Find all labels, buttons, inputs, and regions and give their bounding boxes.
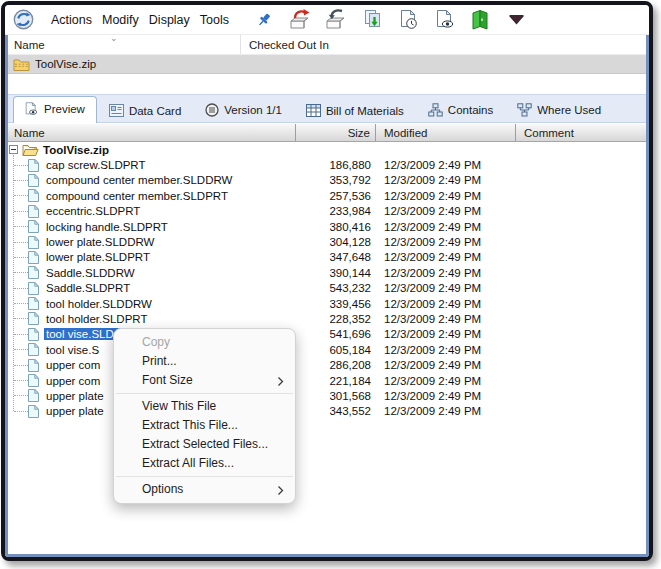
check-in-icon[interactable]: [322, 7, 350, 32]
file-name[interactable]: tool holder.SLDPRT: [44, 313, 149, 325]
tab-label: Data Card: [129, 105, 181, 117]
table-row[interactable]: Saddle.SLDDRW 390,144 12/3/2009 2:49 PM: [8, 265, 646, 280]
tree-root-row[interactable]: ToolVise.zip: [8, 142, 646, 157]
get-latest-icon[interactable]: [358, 7, 386, 32]
menu-display[interactable]: Display: [144, 10, 195, 30]
tab-label: Where Used: [537, 104, 601, 116]
selected-archive-row[interactable]: ToolVise.zip: [8, 55, 646, 74]
file-name[interactable]: Saddle.SLDDRW: [44, 267, 137, 279]
column-header-name[interactable]: Name: [8, 35, 241, 54]
tree-guide-line: [13, 155, 14, 411]
file-name[interactable]: lower plate.SLDPRT: [44, 251, 152, 263]
more-dropdown-icon[interactable]: [502, 7, 530, 32]
table-row[interactable]: lower plate.SLDPRT 347,648 12/3/2009 2:4…: [8, 250, 646, 265]
menu-item-view-this-file[interactable]: View This File: [114, 397, 295, 416]
menu-actions[interactable]: Actions: [46, 10, 97, 30]
upper-list-empty-space: [8, 74, 646, 94]
document-icon: [28, 374, 39, 387]
menu-tools[interactable]: Tools: [195, 10, 234, 30]
document-icon: [28, 312, 39, 325]
root-name: ToolVise.zip: [43, 144, 109, 156]
file-name[interactable]: tool vise.S: [44, 344, 101, 356]
context-menu: CopyPrint...Font SizeView This FileExtra…: [113, 328, 296, 504]
file-name[interactable]: locking handle.SLDPRT: [44, 221, 170, 233]
file-name[interactable]: upper com: [44, 359, 102, 371]
tab-data-card[interactable]: Data Card: [99, 99, 193, 122]
collapse-icon[interactable]: [9, 145, 18, 154]
file-modified: 12/3/2009 2:49 PM: [376, 205, 516, 217]
table-row[interactable]: tool vise.SLDASM 541,696 12/3/2009 2:49 …: [8, 327, 646, 342]
menu-item-extract-all-files[interactable]: Extract All Files...: [114, 454, 295, 473]
table-row[interactable]: compound center member.SLDPRT 257,536 12…: [8, 188, 646, 203]
preview-file-icon[interactable]: [430, 7, 458, 32]
file-name[interactable]: cap screw.SLDPRT: [44, 159, 148, 171]
table-row[interactable]: tool vise.S 605,184 12/3/2009 2:49 PM: [8, 342, 646, 357]
table-row[interactable]: eccentric.SLDPRT 233,984 12/3/2009 2:49 …: [8, 204, 646, 219]
table-row[interactable]: upper plate 301,568 12/3/2009 2:49 PM: [8, 388, 646, 403]
menu-item-options[interactable]: Options: [114, 480, 295, 499]
tree-branch: [14, 303, 28, 304]
file-size: 380,416: [296, 221, 376, 233]
table-row[interactable]: cap screw.SLDPRT 186,880 12/3/2009 2:49 …: [8, 157, 646, 172]
document-icon: [28, 266, 39, 279]
menu-item-copy[interactable]: Copy: [114, 333, 295, 352]
upper-list-header: Name Checked Out In ⌄: [8, 35, 646, 55]
column-header-name[interactable]: Name: [8, 124, 296, 141]
table-row[interactable]: lower plate.SLDDRW 304,128 12/3/2009 2:4…: [8, 234, 646, 249]
menu-modify[interactable]: Modify: [97, 10, 144, 30]
pin-icon[interactable]: [250, 7, 278, 32]
file-modified: 12/3/2009 2:49 PM: [376, 405, 516, 417]
document-icon: [28, 251, 39, 264]
sync-logo-icon: [13, 9, 34, 30]
sort-chevron-icon: ⌄: [110, 33, 118, 43]
column-header-checked-out-in[interactable]: Checked Out In: [241, 39, 646, 51]
table-row[interactable]: locking handle.SLDPRT 380,416 12/3/2009 …: [8, 219, 646, 234]
history-icon[interactable]: [394, 7, 422, 32]
file-name[interactable]: Saddle.SLDPRT: [44, 282, 132, 294]
file-modified: 12/3/2009 2:49 PM: [376, 159, 516, 171]
file-name[interactable]: upper plate: [44, 405, 106, 417]
file-rows: cap screw.SLDPRT 186,880 12/3/2009 2:49 …: [8, 157, 646, 419]
table-row[interactable]: upper plate 343,552 12/3/2009 2:49 PM: [8, 404, 646, 419]
file-name[interactable]: compound center member.SLDPRT: [44, 190, 230, 202]
menu-item-extract-this-file[interactable]: Extract This File...: [114, 416, 295, 435]
file-name[interactable]: tool holder.SLDDRW: [44, 298, 154, 310]
column-header-comment[interactable]: Comment: [516, 124, 646, 141]
file-name[interactable]: compound center member.SLDDRW: [44, 174, 234, 186]
tree-branch: [14, 288, 28, 289]
menu-item-extract-selected-files[interactable]: Extract Selected Files...: [114, 435, 295, 454]
tab-contains[interactable]: Contains: [418, 98, 505, 122]
file-modified: 12/3/2009 2:49 PM: [376, 267, 516, 279]
table-row[interactable]: Saddle.SLDPRT 543,232 12/3/2009 2:49 PM: [8, 281, 646, 296]
file-size: 257,536: [296, 190, 376, 202]
tab-bill-of-materials[interactable]: Bill of Materials: [296, 99, 416, 122]
table-row[interactable]: upper com 286,208 12/3/2009 2:49 PM: [8, 357, 646, 372]
table-row[interactable]: tool holder.SLDDRW 339,456 12/3/2009 2:4…: [8, 296, 646, 311]
tab-where-used[interactable]: Where Used: [507, 98, 613, 122]
menu-item-print[interactable]: Print...: [114, 352, 295, 371]
table-row[interactable]: upper com 221,184 12/3/2009 2:49 PM: [8, 373, 646, 388]
file-name[interactable]: upper plate: [44, 390, 106, 402]
file-modified: 12/3/2009 2:49 PM: [376, 328, 516, 340]
tree-branch: [14, 257, 28, 258]
column-header-size[interactable]: Size: [296, 124, 376, 141]
tab-preview[interactable]: Preview: [13, 96, 97, 123]
file-size: 347,648: [296, 251, 376, 263]
file-name[interactable]: lower plate.SLDDRW: [44, 236, 156, 248]
table-row[interactable]: compound center member.SLDDRW 353,792 12…: [8, 173, 646, 188]
file-modified: 12/3/2009 2:49 PM: [376, 282, 516, 294]
zip-folder-icon: [13, 58, 30, 71]
file-name[interactable]: upper com: [44, 375, 102, 387]
column-header-modified[interactable]: Modified: [376, 124, 516, 141]
check-out-icon[interactable]: [286, 7, 314, 32]
tree-branch: [14, 411, 28, 412]
table-row[interactable]: tool holder.SLDPRT 228,352 12/3/2009 2:4…: [8, 311, 646, 326]
bom-icon: [306, 104, 321, 117]
version-icon: [205, 103, 219, 117]
menu-separator: [116, 476, 293, 477]
tab-version-1-1[interactable]: Version 1/1: [195, 98, 294, 122]
file-name[interactable]: eccentric.SLDPRT: [44, 205, 142, 217]
tree-branch: [14, 365, 28, 366]
menu-item-font-size[interactable]: Font Size: [114, 371, 295, 390]
open-vault-icon[interactable]: [466, 7, 494, 32]
